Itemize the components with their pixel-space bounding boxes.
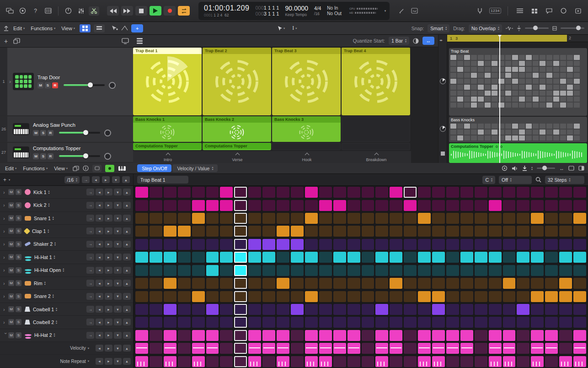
step-cell[interactable]	[291, 304, 304, 315]
repeat-cell[interactable]	[234, 356, 247, 367]
step-cell[interactable]	[262, 330, 275, 341]
velocity-cell[interactable]	[234, 343, 247, 354]
step-cell[interactable]	[248, 239, 261, 250]
step-cell[interactable]	[248, 278, 261, 289]
step-cell[interactable]	[446, 265, 459, 276]
step-cell[interactable]	[475, 239, 487, 250]
seq-menu-functions[interactable]: Functions▾	[21, 166, 49, 171]
step-cell[interactable]	[135, 200, 148, 211]
row-disclosure-icon[interactable]: ›	[3, 333, 9, 338]
repeat-cell[interactable]	[517, 356, 529, 367]
step-cell[interactable]	[390, 187, 402, 198]
step-cell[interactable]	[545, 200, 558, 211]
step-cell[interactable]	[475, 213, 487, 224]
step-cell[interactable]	[446, 239, 459, 250]
step-cell[interactable]	[559, 252, 572, 263]
step-cell[interactable]	[150, 252, 162, 263]
step-cell[interactable]	[164, 330, 176, 341]
step-cell[interactable]	[545, 291, 558, 302]
step-cell[interactable]	[573, 330, 586, 341]
step-cell[interactable]	[475, 226, 487, 237]
step-cell[interactable]	[178, 252, 191, 263]
row-decrement-button[interactable]: ▾	[114, 254, 122, 260]
volume-slider[interactable]	[64, 84, 105, 86]
row-rotate-left-button[interactable]: ◂	[96, 227, 103, 234]
record-enable-button[interactable]: R	[48, 130, 53, 136]
step-cell[interactable]	[135, 291, 148, 302]
menu-view[interactable]: View▾	[60, 26, 76, 31]
step-cell[interactable]	[164, 187, 176, 198]
window-frame-icon[interactable]	[568, 166, 574, 171]
step-cell[interactable]	[390, 278, 402, 289]
step-cell[interactable]	[545, 330, 558, 341]
row-rotate-right-button[interactable]: ▸	[105, 332, 112, 339]
row-rotate-left-button[interactable]: ◂	[96, 306, 103, 313]
velocity-cell[interactable]	[164, 343, 176, 354]
step-cell[interactable]	[319, 265, 332, 276]
step-cell[interactable]	[418, 278, 431, 289]
step-cell[interactable]	[192, 291, 205, 302]
monitor-toggle[interactable]	[105, 165, 114, 172]
step-cell[interactable]	[305, 200, 318, 211]
step-cell[interactable]	[446, 187, 459, 198]
step-cell[interactable]	[489, 265, 502, 276]
volume-knob[interactable]	[88, 82, 93, 87]
lcd-division[interactable]: /16	[314, 11, 321, 16]
step-cell[interactable]	[545, 278, 558, 289]
step-cell[interactable]	[573, 291, 586, 302]
pointer-plus-icon[interactable]	[112, 25, 118, 31]
step-cell[interactable]	[545, 239, 558, 250]
row-increment-button[interactable]: ▴	[123, 241, 131, 248]
step-cell[interactable]	[234, 187, 247, 198]
repeat-cell[interactable]	[432, 356, 445, 367]
step-cell[interactable]	[418, 239, 431, 250]
step-cell[interactable]	[432, 200, 445, 211]
row-stepper[interactable]: ▴▾	[56, 320, 57, 325]
repeat-cell[interactable]	[262, 356, 275, 367]
row-disclosure-icon[interactable]: ›	[3, 202, 8, 208]
step-cell[interactable]	[517, 304, 529, 315]
row-stepper[interactable]: ▴▾	[44, 281, 46, 286]
step-cell[interactable]	[559, 304, 572, 315]
automation-row-header[interactable]: Velocity▾◂▸▾▴	[0, 342, 133, 355]
step-cell[interactable]	[432, 213, 445, 224]
step-cell[interactable]	[460, 187, 473, 198]
step-cell[interactable]	[545, 265, 558, 276]
step-cell[interactable]	[192, 213, 205, 224]
step-cell[interactable]	[277, 187, 289, 198]
step-cell[interactable]	[517, 291, 529, 302]
step-cell[interactable]	[475, 200, 487, 211]
step-cell[interactable]	[164, 304, 176, 315]
repeat-cell[interactable]	[362, 356, 374, 367]
step-cell[interactable]	[489, 226, 502, 237]
row-disclosure-icon[interactable]: ›	[3, 319, 8, 325]
step-cell[interactable]	[347, 226, 360, 237]
lcd-position-bottom[interactable]: 0003 1 1 1	[255, 11, 279, 16]
velocity-cell[interactable]	[333, 343, 346, 354]
row-solo-button[interactable]: S	[16, 228, 21, 234]
seq-menu-view[interactable]: View▾	[53, 166, 69, 171]
row-increment-button[interactable]: ▴	[123, 267, 131, 274]
row-direction-button[interactable]: →	[86, 332, 94, 339]
velocity-cell[interactable]	[206, 343, 219, 354]
step-cell[interactable]	[347, 252, 360, 263]
step-row-header[interactable]: ›MSCowbell 2▴▾→◂▸▾▴	[0, 316, 133, 329]
step-cell[interactable]	[404, 187, 417, 198]
width-icon[interactable]: ↔	[559, 166, 564, 171]
step-cell[interactable]	[319, 252, 332, 263]
volume-knob[interactable]	[83, 153, 88, 158]
main-window-icon[interactable]	[5, 6, 15, 16]
step-cell[interactable]	[291, 252, 304, 263]
step-cell[interactable]	[404, 317, 417, 328]
live-loops-grid-toggle[interactable]	[80, 24, 91, 32]
step-cell[interactable]	[347, 291, 360, 302]
region-bass-knocks[interactable]: Bass Knocks	[449, 117, 587, 142]
seq-zoom-knob[interactable]	[542, 166, 547, 170]
seq-zoom-slider[interactable]	[537, 168, 555, 169]
step-cell[interactable]	[206, 213, 219, 224]
repeat-cell[interactable]	[347, 356, 360, 367]
step-row-header[interactable]: ›MSClap 1▴▾→◂▸▾▴	[0, 225, 133, 238]
repeat-cell[interactable]	[489, 356, 502, 367]
step-cell[interactable]	[150, 265, 162, 276]
info-icon[interactable]	[83, 165, 89, 171]
